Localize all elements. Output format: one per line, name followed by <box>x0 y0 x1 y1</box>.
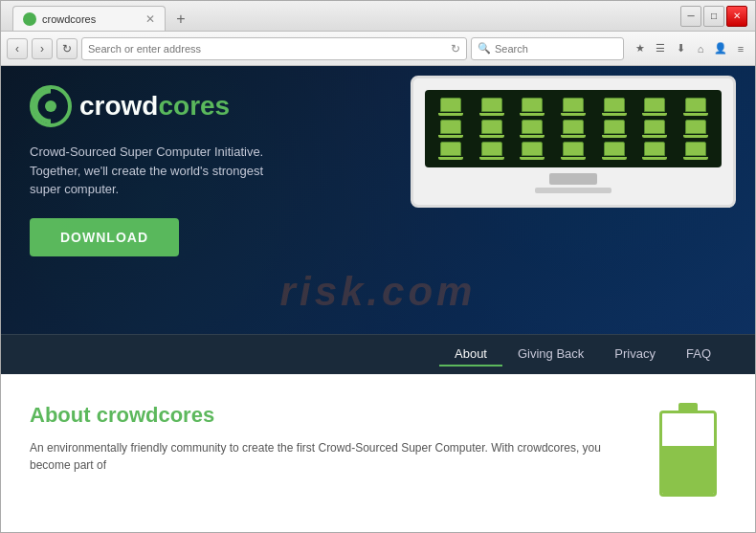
laptop-icon <box>595 120 633 138</box>
laptop-icon <box>555 142 592 160</box>
address-bar[interactable]: ↻ <box>81 37 467 60</box>
account-icon[interactable]: 👤 <box>712 40 729 57</box>
browser-window: crowdcores ✕ + ─ □ ✕ ‹ › ↻ ↻ 🔍 ★ ☰ ⬇ ⌂ 👤 <box>0 0 756 533</box>
laptop-icon <box>474 120 511 138</box>
forward-button[interactable]: › <box>32 38 53 59</box>
nav-bar: ‹ › ↻ ↻ 🔍 ★ ☰ ⬇ ⌂ 👤 ≡ <box>1 32 755 66</box>
close-button[interactable]: ✕ <box>726 6 747 27</box>
tab-title: crowdcores <box>42 13 96 25</box>
tab-bar: crowdcores ✕ + <box>9 1 192 31</box>
laptop-icon <box>636 120 674 138</box>
refresh-button[interactable]: ↻ <box>56 38 78 59</box>
laptop-icon <box>514 142 551 160</box>
hero-nav: About Giving Back Privacy FAQ <box>1 334 755 374</box>
laptop-icon <box>474 98 511 116</box>
address-refresh-icon: ↻ <box>451 42 460 56</box>
hero-monitor-illustration: (function() { const screen = document.qu… <box>411 76 736 208</box>
title-bar: crowdcores ✕ + ─ □ ✕ <box>1 1 755 32</box>
nav-privacy[interactable]: Privacy <box>599 343 671 366</box>
menu-icon[interactable]: ≡ <box>732 40 749 57</box>
window-controls: ─ □ ✕ <box>680 6 747 27</box>
back-button[interactable]: ‹ <box>7 38 28 59</box>
laptop-icon <box>433 98 470 116</box>
bookmark-icon[interactable]: ★ <box>632 40 649 57</box>
download-icon[interactable]: ⬇ <box>672 40 689 57</box>
tab-close-button[interactable]: ✕ <box>145 12 155 26</box>
nav-giving-back[interactable]: Giving Back <box>502 343 599 366</box>
battery-fill <box>662 446 714 494</box>
monitor-frame: (function() { const screen = document.qu… <box>411 76 736 208</box>
active-tab[interactable]: crowdcores ✕ <box>12 6 166 31</box>
battery-illustration <box>650 403 726 497</box>
laptop-icon <box>555 120 592 138</box>
home-icon[interactable]: ⌂ <box>692 40 709 57</box>
laptop-icon <box>514 120 551 138</box>
tab-favicon <box>23 12 36 26</box>
laptop-icon <box>433 120 470 138</box>
new-tab-button[interactable]: + <box>169 8 192 31</box>
laptop-icon <box>474 142 511 160</box>
search-bar[interactable]: 🔍 <box>471 37 624 60</box>
laptop-icon <box>636 142 674 160</box>
laptop-icon <box>677 98 714 116</box>
about-title: About crowdcores <box>30 403 631 428</box>
hero-section: crowdcores Crowd-Sourced Super Computer … <box>1 66 755 334</box>
about-section: About crowdcores An environmentally frie… <box>1 374 755 516</box>
laptop-icon <box>677 120 714 138</box>
about-description: An environmentally friendly community to… <box>30 439 631 474</box>
nav-about[interactable]: About <box>439 343 502 366</box>
laptop-icon <box>514 98 551 116</box>
address-input[interactable] <box>88 43 451 55</box>
laptop-icon <box>595 98 633 116</box>
page-content[interactable]: crowdcores Crowd-Sourced Super Computer … <box>1 66 755 532</box>
battery-body <box>659 411 717 497</box>
bookmarks-icon[interactable]: ☰ <box>652 40 669 57</box>
monitor-screen: (function() { const screen = document.qu… <box>425 90 722 167</box>
minimize-button[interactable]: ─ <box>680 6 701 27</box>
laptop-icon <box>636 98 674 116</box>
nav-faq[interactable]: FAQ <box>671 343 726 366</box>
maximize-button[interactable]: □ <box>703 6 724 27</box>
laptop-icon <box>555 98 592 116</box>
nav-icons: ★ ☰ ⬇ ⌂ 👤 ≡ <box>632 40 749 57</box>
battery-tip <box>678 403 698 411</box>
search-icon: 🔍 <box>478 42 491 55</box>
laptop-icon <box>677 142 714 160</box>
search-input[interactable] <box>495 43 627 55</box>
laptop-icon <box>433 142 470 160</box>
about-text: About crowdcores An environmentally frie… <box>30 403 631 497</box>
laptop-icon <box>595 142 633 160</box>
